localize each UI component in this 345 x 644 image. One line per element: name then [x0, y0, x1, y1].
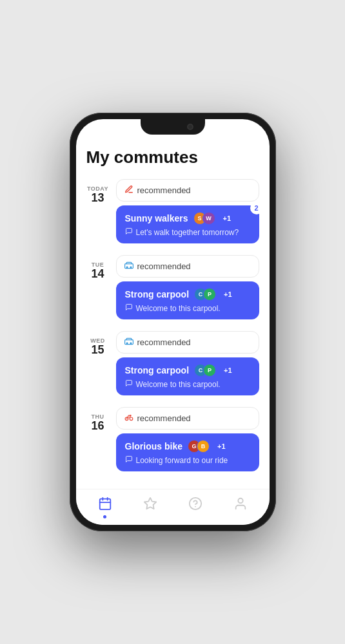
- rec-mode-icon: [124, 337, 133, 348]
- group-name: Glorious bike: [125, 441, 182, 451]
- svg-point-1: [126, 267, 128, 268]
- chat-icon: [125, 303, 133, 313]
- avatar: W: [202, 212, 215, 225]
- group-card[interactable]: Strong carpool CP +1 Welcome to this car…: [116, 281, 259, 319]
- recommended-card[interactable]: recommended: [116, 255, 259, 278]
- nav-item-home[interactable]: [90, 493, 120, 518]
- group-card[interactable]: Strong carpool CP +1 Welcome to this car…: [116, 357, 259, 395]
- plus-count: +1: [217, 442, 226, 450]
- svg-point-5: [130, 343, 132, 344]
- group-message: Welcome to this carpool.: [125, 303, 250, 313]
- day-number: 14: [91, 268, 104, 281]
- group-card[interactable]: Glorious bike GB +1 Looking forward to o…: [116, 433, 259, 471]
- phone-screen: My commutes Today 13 recommended 2 Sunny…: [76, 119, 270, 525]
- recommended-card[interactable]: recommended: [116, 331, 259, 354]
- recommended-card[interactable]: recommended: [116, 179, 259, 202]
- cards-col-tue: recommended Strong carpool CP +1 Welcome…: [116, 255, 259, 319]
- svg-point-7: [130, 417, 133, 421]
- svg-marker-13: [144, 498, 155, 509]
- group-card[interactable]: 2 Sunny walkers SW +1 Let's walk togethe…: [116, 205, 259, 243]
- date-col-tue: TUE 14: [86, 255, 110, 281]
- group-card-header: Glorious bike GB +1: [125, 440, 250, 453]
- day-number: 13: [91, 192, 104, 205]
- message-text: Welcome to this carpool.: [136, 380, 221, 389]
- plus-count: +1: [224, 290, 232, 298]
- rec-mode-icon: [124, 185, 133, 196]
- rec-label: recommended: [137, 261, 191, 271]
- avatar: P: [203, 288, 216, 301]
- nav-item-star[interactable]: [135, 493, 165, 518]
- nav-item-profile[interactable]: [226, 493, 255, 518]
- date-col-today: Today 13: [86, 179, 110, 205]
- svg-point-2: [130, 267, 132, 268]
- page-title: My commutes: [86, 142, 259, 167]
- svg-rect-3: [124, 340, 133, 345]
- bottom-nav: [76, 489, 270, 525]
- group-card-header: Strong carpool CP +1: [125, 288, 250, 301]
- commute-section-thu: THU 16 recommended Glorious bike GB +1 L…: [86, 407, 259, 471]
- group-message: Welcome to this carpool.: [125, 379, 250, 389]
- svg-point-16: [238, 498, 242, 503]
- recommended-card[interactable]: recommended: [116, 407, 259, 430]
- commute-section-wed: WED 15 recommended Strong carpool CP +1 …: [86, 331, 259, 395]
- plus-count: +1: [223, 214, 232, 222]
- commute-section-tue: TUE 14 recommended Strong carpool CP +1 …: [86, 255, 259, 319]
- group-card-header: Strong carpool CP +1: [125, 364, 250, 377]
- calendar-icon: [98, 497, 112, 514]
- group-name: Strong carpool: [125, 365, 190, 375]
- rec-label: recommended: [137, 185, 191, 195]
- group-message: Looking forward to our ride: [125, 455, 250, 465]
- avatars-group: CP: [194, 288, 216, 301]
- commutes-list: Today 13 recommended 2 Sunny walkers SW …: [86, 179, 259, 471]
- star-icon: [143, 497, 157, 514]
- date-col-thu: THU 16: [86, 407, 110, 433]
- day-number: 15: [91, 344, 104, 357]
- help-icon: [188, 497, 202, 514]
- message-text: Looking forward to our ride: [136, 456, 228, 465]
- svg-point-8: [130, 415, 130, 416]
- message-text: Welcome to this carpool.: [136, 304, 221, 313]
- cards-col-today: recommended 2 Sunny walkers SW +1 Let's …: [116, 179, 259, 243]
- plus-count: +1: [224, 366, 232, 374]
- group-name: Sunny walkers: [125, 213, 188, 223]
- rec-label: recommended: [137, 413, 191, 423]
- cards-col-thu: recommended Glorious bike GB +1 Looking …: [116, 407, 259, 471]
- active-indicator: [103, 515, 106, 518]
- svg-point-4: [126, 343, 128, 344]
- notification-badge: 2: [250, 202, 263, 214]
- group-name: Strong carpool: [125, 289, 190, 299]
- notch: [141, 119, 205, 135]
- phone-frame: My commutes Today 13 recommended 2 Sunny…: [70, 113, 276, 531]
- cards-col-wed: recommended Strong carpool CP +1 Welcome…: [116, 331, 259, 395]
- chat-icon: [125, 379, 133, 389]
- avatar: P: [203, 364, 216, 377]
- avatars-group: SW: [193, 212, 215, 225]
- screen-content: My commutes Today 13 recommended 2 Sunny…: [76, 119, 270, 489]
- group-card-header: Sunny walkers SW +1: [125, 212, 250, 225]
- nav-item-help[interactable]: [181, 493, 210, 518]
- avatar: B: [197, 440, 210, 453]
- rec-mode-icon: [124, 413, 133, 424]
- date-col-wed: WED 15: [86, 331, 110, 357]
- day-number: 16: [91, 420, 104, 433]
- avatars-group: GB: [188, 440, 210, 453]
- camera: [187, 124, 193, 130]
- group-message: Let's walk together tomorrow?: [125, 227, 250, 237]
- avatars-group: CP: [194, 364, 216, 377]
- svg-rect-9: [99, 499, 110, 510]
- chat-icon: [125, 227, 133, 237]
- svg-rect-0: [124, 264, 133, 269]
- rec-label: recommended: [137, 337, 191, 347]
- message-text: Let's walk together tomorrow?: [136, 228, 239, 237]
- rec-mode-icon: [124, 261, 133, 272]
- commute-section-today: Today 13 recommended 2 Sunny walkers SW …: [86, 179, 259, 243]
- chat-icon: [125, 455, 133, 465]
- profile-icon: [233, 497, 248, 514]
